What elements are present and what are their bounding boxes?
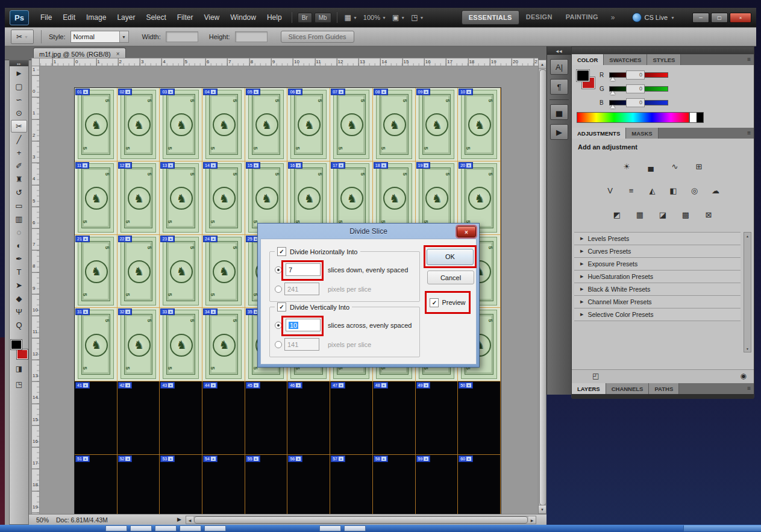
tab-styles[interactable]: STYLES xyxy=(647,54,681,65)
screen-mode-button[interactable]: ◳ ▼ xyxy=(408,12,427,23)
menu-edit[interactable]: Edit xyxy=(57,11,81,24)
taskbar-window-button[interactable] xyxy=(130,525,152,531)
menu-filter[interactable]: Filter xyxy=(172,11,199,24)
dodge-tool[interactable]: ◐ xyxy=(11,239,27,252)
slice-cell[interactable]: 13▲♞55 xyxy=(160,161,202,235)
dialog-titlebar[interactable]: Divide Slice × xyxy=(258,224,479,239)
histogram-panel-icon[interactable]: ▅ xyxy=(550,104,568,120)
slice-cell[interactable]: 59▲ xyxy=(416,455,459,515)
rectangular-marquee-tool[interactable]: ▢ xyxy=(11,80,27,93)
paragraph-panel-icon[interactable]: ¶ xyxy=(550,79,568,95)
quick-mask-button[interactable]: ◨ xyxy=(11,363,27,375)
pen-tool[interactable]: ✒ xyxy=(11,252,27,265)
windows-taskbar[interactable] xyxy=(0,525,761,532)
slice-cell[interactable]: 12▲♞55 xyxy=(117,161,160,235)
slice-cell[interactable]: 23▲♞55 xyxy=(160,235,202,308)
taskbar-tray[interactable] xyxy=(683,525,761,531)
presets-scrollbar[interactable]: ▲ ▼ xyxy=(744,232,751,352)
h-slices-count-field[interactable]: 7 xyxy=(286,263,321,276)
menu-help[interactable]: Help xyxy=(261,11,287,24)
slice-cell[interactable]: 02▲♞55 xyxy=(117,88,160,161)
preset-row[interactable]: ▶Exposure Presets xyxy=(574,258,741,271)
panel-menu-icon[interactable]: ≡ xyxy=(747,130,751,136)
black-white-icon[interactable]: ◧ xyxy=(666,184,681,196)
taskbar-window-button[interactable] xyxy=(344,525,366,531)
screen-mode-toggle[interactable]: ◳ xyxy=(11,378,27,390)
panel-color-swatches[interactable] xyxy=(577,70,597,90)
slice-cell[interactable]: 31▲♞55 xyxy=(75,308,117,381)
horizontal-scrollbar[interactable]: ◀ ▶ xyxy=(186,516,536,524)
switch-panel-view-icon[interactable]: ◰ xyxy=(592,372,599,380)
slice-cell[interactable]: 04▲♞55 xyxy=(202,88,245,161)
height-input[interactable] xyxy=(235,31,268,42)
type-tool[interactable]: T xyxy=(11,266,27,278)
threshold-icon[interactable]: ◪ xyxy=(656,208,670,221)
taskbar-window-button[interactable] xyxy=(105,525,127,531)
menu-image[interactable]: Image xyxy=(81,11,111,24)
preset-row[interactable]: ▶Curves Presets xyxy=(574,245,741,258)
healing-brush-tool[interactable]: + xyxy=(11,146,27,159)
selective-color-icon[interactable]: ⊠ xyxy=(701,208,716,221)
posterize-icon[interactable]: ▦ xyxy=(633,208,647,221)
history-brush-tool[interactable]: ↺ xyxy=(11,186,27,199)
scroll-down-icon[interactable]: ▼ xyxy=(744,345,751,352)
levels-icon[interactable]: ▄ xyxy=(644,160,658,172)
brightness-contrast-icon[interactable]: ☀ xyxy=(619,160,634,172)
slices-from-guides-button[interactable]: Slices From Guides xyxy=(281,31,354,43)
close-button[interactable]: × xyxy=(730,13,751,23)
menu-layer[interactable]: Layer xyxy=(111,11,140,24)
scroll-down-icon[interactable]: ▼ xyxy=(539,505,546,513)
black-white-ramp[interactable] xyxy=(689,112,704,123)
slice-cell[interactable]: 58▲ xyxy=(373,455,416,515)
channel-mixer-icon[interactable]: ☁ xyxy=(709,184,723,196)
arrange-documents-button[interactable]: ▣ ▼ xyxy=(389,12,408,23)
vibrance-icon[interactable]: V xyxy=(603,184,618,196)
preview-checkbox[interactable]: ✓ xyxy=(430,298,439,307)
gradient-map-icon[interactable]: ▩ xyxy=(678,208,693,221)
move-tool[interactable]: ► xyxy=(11,67,27,80)
zoom-tool[interactable]: Q xyxy=(11,319,27,331)
panel-menu-icon[interactable]: ≡ xyxy=(747,385,751,392)
status-play-icon[interactable]: ▶ xyxy=(177,516,181,522)
clone-stamp-tool[interactable]: ♜ xyxy=(11,173,27,186)
slice-cell[interactable]: 42▲ xyxy=(117,381,160,455)
slice-cell[interactable]: 54▲ xyxy=(202,455,245,515)
tab-adjustments[interactable]: ADJUSTMENTS xyxy=(572,128,626,139)
slice-cell[interactable]: 24▲♞55 xyxy=(202,235,245,308)
hand-tool[interactable]: Ψ xyxy=(11,305,27,318)
slice-cell[interactable]: 09▲♞55 xyxy=(416,88,459,161)
width-input[interactable] xyxy=(166,31,198,42)
foreground-color-swatch[interactable] xyxy=(577,70,589,81)
slice-cell[interactable]: 21▲♞55 xyxy=(75,235,117,308)
slice-cell[interactable]: 22▲♞55 xyxy=(117,235,160,308)
slice-cell[interactable]: 55▲ xyxy=(245,455,288,515)
tab-layers[interactable]: LAYERS xyxy=(572,383,606,394)
current-tool-preview[interactable]: ✂ ▼ xyxy=(11,30,34,44)
slice-cell[interactable]: 49▲ xyxy=(416,381,459,455)
h-pixels-field[interactable]: 241 xyxy=(284,283,319,295)
exposure-icon[interactable]: ⊞ xyxy=(692,160,706,172)
tab-channels[interactable]: CHANNELS xyxy=(606,383,650,394)
slice-cell[interactable]: 10▲♞55 xyxy=(458,88,501,161)
gradient-tool[interactable]: ▥ xyxy=(11,213,27,225)
workspace-painting[interactable]: PAINTING xyxy=(559,10,605,25)
quick-selection-tool[interactable]: ⊙ xyxy=(11,107,27,119)
workspace-design[interactable]: DESIGN xyxy=(519,10,559,25)
shape-tool[interactable]: ◆ xyxy=(11,292,27,305)
workspace-essentials[interactable]: ESSENTIALS xyxy=(462,10,519,25)
vertical-scrollbar[interactable]: ▲ ▼ xyxy=(538,60,546,514)
slice-cell[interactable]: 34▲♞55 xyxy=(202,308,245,381)
collapse-dock-icon[interactable]: ◀◀ xyxy=(547,46,571,55)
slice-cell[interactable]: 60▲ xyxy=(458,455,501,515)
photo-filter-icon[interactable]: ◎ xyxy=(687,184,702,196)
brush-tool[interactable]: ✐ xyxy=(11,160,27,172)
scroll-left-icon[interactable]: ◀ xyxy=(186,516,193,524)
ok-button[interactable]: OK xyxy=(427,249,474,265)
v-pixels-field[interactable]: 141 xyxy=(284,338,319,351)
panel-menu-icon[interactable]: ≡ xyxy=(747,56,751,63)
horizontal-scrollbar-thumb[interactable] xyxy=(194,516,528,524)
preset-row[interactable]: ▶Channel Mixer Presets xyxy=(574,296,741,308)
taskbar-window-button[interactable] xyxy=(204,525,226,531)
style-select[interactable]: Normal ▼ xyxy=(70,31,129,43)
slice-cell[interactable]: 43▲ xyxy=(160,381,202,455)
